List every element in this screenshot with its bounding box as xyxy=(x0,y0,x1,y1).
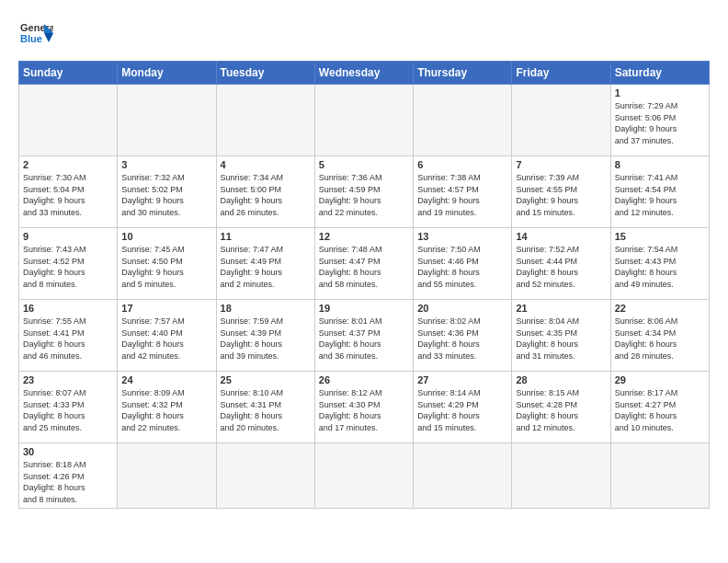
svg-marker-3 xyxy=(44,33,53,42)
calendar-cell xyxy=(314,443,413,509)
day-header-tuesday: Tuesday xyxy=(216,62,314,85)
calendar-week-4: 23Sunrise: 8:07 AM Sunset: 4:33 PM Dayli… xyxy=(19,372,710,443)
day-header-thursday: Thursday xyxy=(414,62,512,85)
day-header-saturday: Saturday xyxy=(610,62,709,85)
calendar-cell: 2Sunrise: 7:30 AM Sunset: 5:04 PM Daylig… xyxy=(19,156,118,228)
calendar-cell: 15Sunrise: 7:54 AM Sunset: 4:43 PM Dayli… xyxy=(610,228,709,300)
day-info: Sunrise: 8:09 AM Sunset: 4:32 PM Dayligh… xyxy=(121,387,211,433)
day-info: Sunrise: 7:34 AM Sunset: 5:00 PM Dayligh… xyxy=(221,172,311,218)
logo-icon: General Blue xyxy=(18,17,53,52)
calendar-cell: 30Sunrise: 8:18 AM Sunset: 4:26 PM Dayli… xyxy=(19,443,118,509)
day-number: 17 xyxy=(121,303,211,314)
day-number: 10 xyxy=(121,231,211,242)
day-info: Sunrise: 8:06 AM Sunset: 4:34 PM Dayligh… xyxy=(615,316,705,362)
day-info: Sunrise: 8:12 AM Sunset: 4:30 PM Dayligh… xyxy=(319,387,409,433)
calendar-week-1: 2Sunrise: 7:30 AM Sunset: 5:04 PM Daylig… xyxy=(19,156,710,228)
calendar-cell xyxy=(118,443,216,509)
day-number: 14 xyxy=(516,231,606,242)
calendar-cell: 16Sunrise: 7:55 AM Sunset: 4:41 PM Dayli… xyxy=(19,300,118,372)
day-info: Sunrise: 7:48 AM Sunset: 4:47 PM Dayligh… xyxy=(319,244,409,290)
day-info: Sunrise: 7:47 AM Sunset: 4:49 PM Dayligh… xyxy=(221,244,311,290)
calendar-cell xyxy=(314,85,413,156)
day-number: 15 xyxy=(615,231,705,242)
calendar-cell: 9Sunrise: 7:43 AM Sunset: 4:52 PM Daylig… xyxy=(19,228,118,300)
calendar-cell: 7Sunrise: 7:39 AM Sunset: 4:55 PM Daylig… xyxy=(512,156,610,228)
calendar-header-row: SundayMondayTuesdayWednesdayThursdayFrid… xyxy=(19,62,710,85)
calendar-cell: 29Sunrise: 8:17 AM Sunset: 4:27 PM Dayli… xyxy=(610,372,709,443)
day-info: Sunrise: 7:29 AM Sunset: 5:06 PM Dayligh… xyxy=(615,100,705,146)
calendar-cell: 4Sunrise: 7:34 AM Sunset: 5:00 PM Daylig… xyxy=(216,156,314,228)
day-number: 7 xyxy=(516,159,606,170)
calendar-cell: 20Sunrise: 8:02 AM Sunset: 4:36 PM Dayli… xyxy=(414,300,512,372)
calendar-cell xyxy=(414,443,512,509)
calendar-table: SundayMondayTuesdayWednesdayThursdayFrid… xyxy=(18,61,710,509)
calendar-cell xyxy=(216,443,314,509)
day-info: Sunrise: 8:04 AM Sunset: 4:35 PM Dayligh… xyxy=(516,316,606,362)
day-number: 8 xyxy=(615,159,705,170)
calendar-week-2: 9Sunrise: 7:43 AM Sunset: 4:52 PM Daylig… xyxy=(19,228,710,300)
calendar-cell: 17Sunrise: 7:57 AM Sunset: 4:40 PM Dayli… xyxy=(118,300,216,372)
day-number: 12 xyxy=(319,231,409,242)
day-header-friday: Friday xyxy=(512,62,610,85)
calendar-cell xyxy=(216,85,314,156)
day-info: Sunrise: 8:15 AM Sunset: 4:28 PM Dayligh… xyxy=(516,387,606,433)
day-info: Sunrise: 7:36 AM Sunset: 4:59 PM Dayligh… xyxy=(319,172,409,218)
day-header-sunday: Sunday xyxy=(19,62,118,85)
day-number: 2 xyxy=(23,159,113,170)
day-info: Sunrise: 7:39 AM Sunset: 4:55 PM Dayligh… xyxy=(516,172,606,218)
calendar-cell: 13Sunrise: 7:50 AM Sunset: 4:46 PM Dayli… xyxy=(414,228,512,300)
calendar-week-5: 30Sunrise: 8:18 AM Sunset: 4:26 PM Dayli… xyxy=(19,443,710,509)
calendar-cell: 22Sunrise: 8:06 AM Sunset: 4:34 PM Dayli… xyxy=(610,300,709,372)
calendar-cell: 27Sunrise: 8:14 AM Sunset: 4:29 PM Dayli… xyxy=(414,372,512,443)
calendar-cell xyxy=(118,85,216,156)
page: General Blue SundayMondayTuesdayWednesda… xyxy=(0,0,728,518)
day-info: Sunrise: 7:52 AM Sunset: 4:44 PM Dayligh… xyxy=(516,244,606,290)
day-number: 29 xyxy=(615,374,705,385)
calendar-cell: 25Sunrise: 8:10 AM Sunset: 4:31 PM Dayli… xyxy=(216,372,314,443)
day-number: 11 xyxy=(221,231,311,242)
calendar-cell xyxy=(414,85,512,156)
day-number: 26 xyxy=(319,374,409,385)
calendar-week-0: 1Sunrise: 7:29 AM Sunset: 5:06 PM Daylig… xyxy=(19,85,710,156)
calendar-cell xyxy=(512,85,610,156)
day-header-monday: Monday xyxy=(118,62,216,85)
calendar-cell xyxy=(19,85,118,156)
day-number: 20 xyxy=(417,303,507,314)
day-info: Sunrise: 7:43 AM Sunset: 4:52 PM Dayligh… xyxy=(23,244,113,290)
day-info: Sunrise: 7:54 AM Sunset: 4:43 PM Dayligh… xyxy=(615,244,705,290)
day-number: 30 xyxy=(23,446,113,457)
calendar-cell: 19Sunrise: 8:01 AM Sunset: 4:37 PM Dayli… xyxy=(314,300,413,372)
day-info: Sunrise: 7:57 AM Sunset: 4:40 PM Dayligh… xyxy=(121,316,211,362)
calendar-cell: 21Sunrise: 8:04 AM Sunset: 4:35 PM Dayli… xyxy=(512,300,610,372)
day-info: Sunrise: 7:38 AM Sunset: 4:57 PM Dayligh… xyxy=(417,172,507,218)
day-info: Sunrise: 7:32 AM Sunset: 5:02 PM Dayligh… xyxy=(121,172,211,218)
calendar-cell xyxy=(610,443,709,509)
day-number: 23 xyxy=(23,374,113,385)
calendar-cell: 18Sunrise: 7:59 AM Sunset: 4:39 PM Dayli… xyxy=(216,300,314,372)
day-number: 22 xyxy=(615,303,705,314)
calendar-cell: 1Sunrise: 7:29 AM Sunset: 5:06 PM Daylig… xyxy=(610,85,709,156)
day-info: Sunrise: 8:01 AM Sunset: 4:37 PM Dayligh… xyxy=(319,316,409,362)
calendar-cell: 23Sunrise: 8:07 AM Sunset: 4:33 PM Dayli… xyxy=(19,372,118,443)
calendar-cell: 26Sunrise: 8:12 AM Sunset: 4:30 PM Dayli… xyxy=(314,372,413,443)
day-info: Sunrise: 7:55 AM Sunset: 4:41 PM Dayligh… xyxy=(23,316,113,362)
calendar-cell: 6Sunrise: 7:38 AM Sunset: 4:57 PM Daylig… xyxy=(414,156,512,228)
day-number: 19 xyxy=(319,303,409,314)
day-number: 27 xyxy=(417,374,507,385)
day-info: Sunrise: 8:10 AM Sunset: 4:31 PM Dayligh… xyxy=(221,387,311,433)
calendar-cell: 11Sunrise: 7:47 AM Sunset: 4:49 PM Dayli… xyxy=(216,228,314,300)
day-number: 18 xyxy=(221,303,311,314)
day-number: 5 xyxy=(319,159,409,170)
day-info: Sunrise: 8:17 AM Sunset: 4:27 PM Dayligh… xyxy=(615,387,705,433)
day-info: Sunrise: 7:41 AM Sunset: 4:54 PM Dayligh… xyxy=(615,172,705,218)
calendar-cell: 14Sunrise: 7:52 AM Sunset: 4:44 PM Dayli… xyxy=(512,228,610,300)
day-number: 13 xyxy=(417,231,507,242)
day-number: 6 xyxy=(417,159,507,170)
day-number: 3 xyxy=(121,159,211,170)
header: General Blue xyxy=(18,17,710,52)
day-number: 4 xyxy=(221,159,311,170)
day-info: Sunrise: 7:30 AM Sunset: 5:04 PM Dayligh… xyxy=(23,172,113,218)
calendar-cell xyxy=(512,443,610,509)
day-info: Sunrise: 8:02 AM Sunset: 4:36 PM Dayligh… xyxy=(417,316,507,362)
day-number: 21 xyxy=(516,303,606,314)
